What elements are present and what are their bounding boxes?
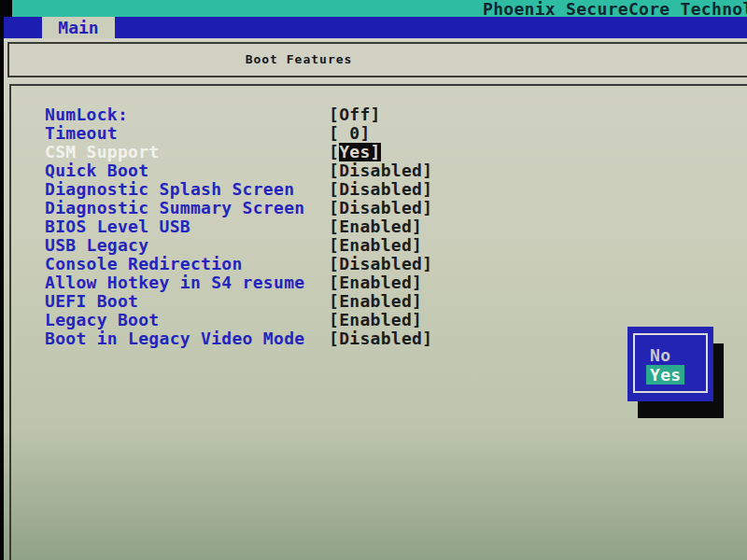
setting-label: Legacy Boot	[45, 311, 329, 329]
setting-label: USB Legacy	[45, 236, 329, 255]
setting-label: Timeout	[45, 124, 329, 143]
value-bracket-open: [	[329, 143, 339, 161]
setting-value: Disabled	[339, 180, 422, 199]
setting-value: Enabled	[339, 292, 412, 311]
setting-row[interactable]: Timeout [ 0 ]	[45, 124, 747, 143]
setting-label: Diagnostic Summary Screen	[45, 199, 329, 217]
value-bracket-close: ]	[412, 311, 422, 329]
value-bracket-open: [	[329, 199, 339, 217]
setting-value: Disabled	[339, 199, 422, 217]
value-bracket-open: [	[329, 311, 339, 329]
setting-label: Console Redirection	[45, 255, 329, 273]
setting-row[interactable]: NumLock: [ Off ]	[45, 105, 747, 124]
value-bracket-close: ]	[371, 105, 381, 124]
content-area: Boot Features NumLock: [ Off ] Timeout […	[0, 38, 747, 560]
page-title: Boot Features	[9, 44, 588, 75]
setting-label: UEFI Boot	[45, 292, 329, 311]
setting-label: CSM Support	[45, 143, 329, 161]
setting-row[interactable]: Allow Hotkey in S4 resume [ Enabled ]	[45, 273, 747, 292]
value-bracket-open: [	[329, 161, 339, 180]
setting-row[interactable]: BIOS Level USB [ Enabled ]	[45, 217, 747, 236]
setting-value: Enabled	[339, 236, 412, 255]
tab-main[interactable]: Main	[42, 17, 115, 38]
setting-label: Diagnostic Splash Screen	[45, 180, 329, 199]
brand-bar: Phoenix SecureCore Technol	[0, 0, 747, 17]
setting-label: Boot in Legacy Video Mode	[45, 329, 329, 348]
menu-bar: Main	[0, 17, 747, 38]
setting-row[interactable]: Console Redirection [ Disabled ]	[45, 255, 747, 273]
screen-left-edge	[0, 0, 4, 560]
popup-option[interactable]: Yes	[646, 365, 684, 385]
setting-value: Enabled	[339, 217, 412, 236]
value-bracket-open: [	[329, 329, 339, 348]
settings-list: NumLock: [ Off ] Timeout [ 0 ] CSM Suppo…	[45, 105, 747, 348]
setting-value: Off	[339, 105, 370, 124]
setting-value: Disabled	[339, 255, 422, 273]
setting-row[interactable]: UEFI Boot [ Enabled ]	[45, 292, 747, 311]
value-bracket-open: [	[329, 180, 339, 199]
setting-row[interactable]: Diagnostic Summary Screen [ Disabled ]	[45, 199, 747, 217]
value-bracket-close: ]	[412, 273, 422, 292]
setting-value: Disabled	[339, 161, 422, 180]
value-bracket-close: ]	[422, 255, 432, 273]
value-bracket-close: ]	[422, 161, 432, 180]
popup-options: NoYes	[646, 345, 684, 385]
value-bracket-close: ]	[359, 124, 370, 143]
value-bracket-close: ]	[422, 329, 432, 348]
brand-title: Phoenix SecureCore Technol	[483, 0, 747, 17]
value-bracket-close: ]	[412, 217, 422, 236]
setting-row[interactable]: Diagnostic Splash Screen [ Disabled ]	[45, 180, 747, 199]
setting-label: NumLock:	[45, 105, 329, 124]
setting-row[interactable]: CSM Support [ Yes ]	[45, 143, 747, 161]
value-bracket-open: [	[329, 124, 339, 143]
setting-row[interactable]: USB Legacy [ Enabled ]	[45, 236, 747, 255]
value-bracket-open: [	[329, 236, 339, 255]
value-select-popup: NoYes	[627, 327, 713, 401]
title-box: Boot Features	[7, 42, 747, 77]
settings-box: NumLock: [ Off ] Timeout [ 0 ] CSM Suppo…	[9, 84, 747, 560]
setting-label: Allow Hotkey in S4 resume	[45, 273, 329, 292]
value-bracket-close: ]	[412, 292, 422, 311]
setting-row[interactable]: Quick Boot [ Disabled ]	[45, 161, 747, 180]
value-bracket-open: [	[329, 105, 339, 124]
value-bracket-close: ]	[422, 199, 432, 217]
bios-screen: Phoenix SecureCore Technol Main Boot Fea…	[0, 0, 747, 560]
setting-value: Enabled	[339, 311, 412, 329]
value-bracket-close: ]	[371, 143, 381, 161]
value-bracket-close: ]	[422, 180, 432, 199]
setting-value: Disabled	[339, 329, 422, 348]
value-bracket-open: [	[329, 292, 339, 311]
popup-option[interactable]: No	[646, 345, 674, 365]
screen-corner-notch	[0, 0, 12, 17]
value-bracket-open: [	[329, 255, 339, 273]
setting-label: Quick Boot	[45, 161, 329, 180]
value-bracket-open: [	[329, 273, 339, 292]
setting-value: Enabled	[339, 273, 412, 292]
value-bracket-open: [	[329, 217, 339, 236]
setting-label: BIOS Level USB	[45, 217, 329, 236]
setting-value: Yes	[339, 143, 370, 161]
value-bracket-close: ]	[412, 236, 422, 255]
setting-value: 0	[339, 124, 359, 143]
